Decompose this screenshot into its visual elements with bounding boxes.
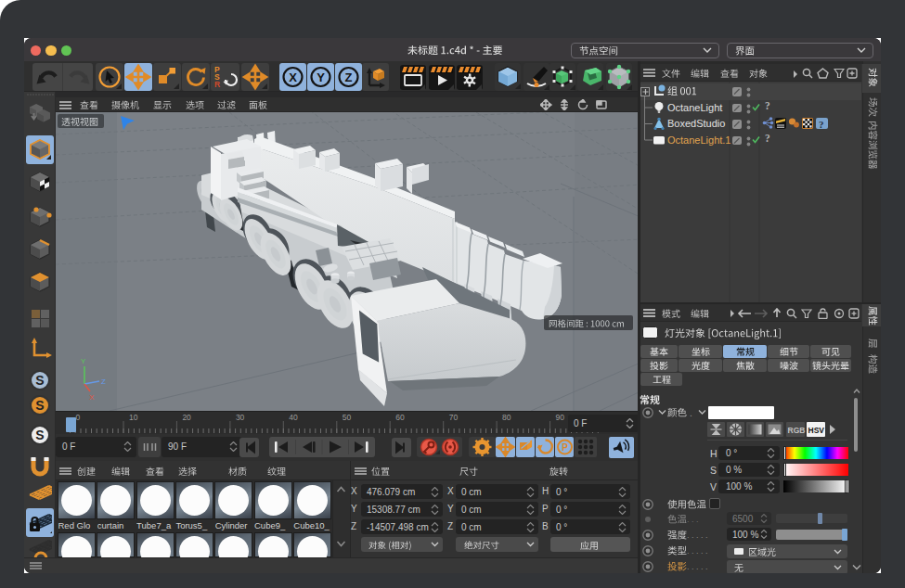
svg-text:?: ? [765,133,770,144]
svg-text:80: 80 [502,413,511,422]
svg-text:90: 90 [556,413,565,422]
svg-text:60: 60 [395,413,405,422]
svg-text:20: 20 [182,413,191,422]
svg-text:X: X [89,393,95,402]
svg-text:Z: Z [101,377,106,386]
svg-text:S: S [35,398,44,413]
svg-text:S: S [35,428,44,442]
svg-text:70: 70 [449,413,459,422]
svg-text:Y: Y [81,357,86,365]
svg-text:0: 0 [76,413,81,422]
svg-text:Z: Z [345,70,353,84]
svg-text:10: 10 [129,413,138,422]
svg-text:40: 40 [289,413,298,422]
svg-text:Y: Y [317,70,325,84]
svg-text:S: S [35,373,44,388]
svg-text:?: ? [765,100,770,111]
svg-text:?: ? [819,118,824,129]
svg-text:X: X [289,70,297,84]
svg-text:30: 30 [236,413,245,422]
svg-text:R: R [214,80,220,89]
svg-text:P: P [562,442,568,453]
svg-text:50: 50 [343,413,352,422]
